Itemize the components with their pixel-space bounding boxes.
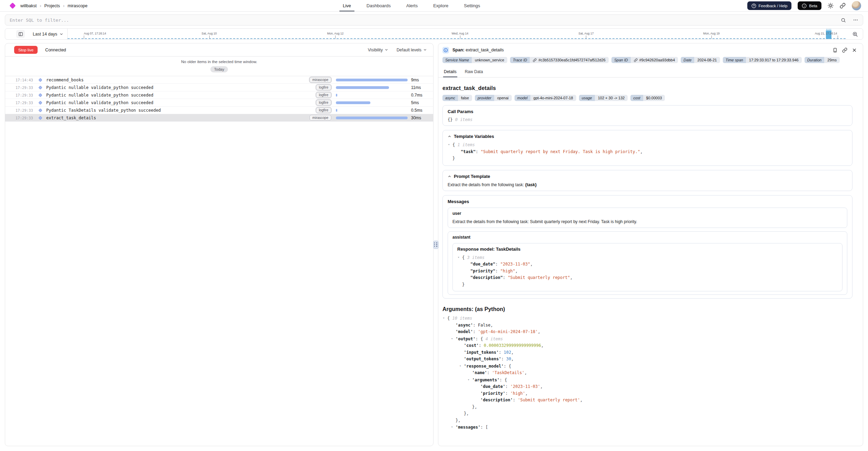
zoom-in-icon[interactable] — [852, 31, 858, 37]
json-line: } — [448, 155, 847, 162]
span-badge-service-name: Service Nameunknown_service — [442, 57, 507, 63]
breadcrumb-item-willbakst[interactable]: willbakst — [20, 3, 37, 8]
badge-label: Date — [681, 57, 694, 63]
span-detail-content[interactable]: extract_task_details asyncfalseprovidero… — [438, 78, 863, 446]
collapse-icon[interactable] — [448, 134, 451, 138]
template-variables-title: Template Variables — [448, 134, 847, 139]
json-line: "description": "Submit quarterly report"… — [457, 274, 838, 281]
log-row[interactable]: 17:29:33Pydantic nullable validate_pytho… — [5, 91, 433, 99]
arguments-python-tree: ▾{ 10 items'async': False,'model': 'gpt-… — [442, 315, 852, 431]
beta-button[interactable]: Beta — [798, 1, 821, 10]
share-link-icon[interactable] — [840, 3, 846, 9]
search-icon[interactable] — [841, 18, 846, 23]
sidebar-toggle-icon[interactable] — [16, 30, 25, 38]
tab-live[interactable]: Live — [342, 0, 352, 11]
span-diamond-icon — [38, 78, 42, 82]
log-message: Pydantic nullable validate_python succee… — [46, 85, 153, 90]
json-line: ▾{ 3 items — [457, 254, 838, 261]
timeline-track[interactable]: Aug 07, 17:26:14Sat, Aug 10Mon, Aug 12We… — [68, 29, 841, 39]
logfire-logo-icon[interactable] — [9, 2, 16, 9]
tab-alerts[interactable]: Alerts — [406, 0, 418, 11]
json-toggle-icon[interactable]: ▾ — [443, 315, 447, 322]
json-line: 'input_tokens': 102, — [442, 349, 852, 356]
badge-label: async — [442, 95, 458, 101]
main-area: Stop live Connected Visibility Default l… — [5, 43, 863, 446]
messages-card: Messages user Extract the details from t… — [442, 195, 852, 299]
log-row[interactable]: 17:14:43recommend_booksmirascope9ms — [5, 76, 433, 84]
stop-live-button[interactable]: Stop live — [14, 46, 38, 54]
user-avatar[interactable] — [852, 1, 861, 10]
span-name: extract_task_details — [466, 48, 503, 52]
breadcrumb-separator: › — [63, 3, 64, 8]
close-icon[interactable] — [852, 48, 857, 53]
json-toggle-icon[interactable]: ▾ — [459, 363, 464, 370]
more-options-icon[interactable] — [853, 17, 858, 23]
feedback-help-button[interactable]: Feedback / Help — [747, 1, 792, 10]
message-role: user — [452, 211, 842, 216]
log-row[interactable]: 17:29:33extract_task_detailsmirascope30m… — [5, 114, 433, 122]
badge-value: openai — [494, 95, 512, 101]
badge-value: $0.00003 — [643, 95, 665, 101]
top-navigation: willbakst›Projects›mirascope LiveDashboa… — [0, 0, 868, 12]
visibility-dropdown[interactable]: Visibility — [368, 48, 388, 52]
span-badge-span-id[interactable]: Span ID#9c942620aa93dbb4 — [611, 57, 678, 63]
sql-filter-input[interactable] — [10, 18, 834, 23]
breadcrumb-item-mirascope[interactable]: mirascope — [68, 3, 88, 8]
empty-state-message: No older items in the selected time wind… — [5, 60, 433, 64]
tick-mark — [838, 36, 838, 39]
span-diamond-icon — [38, 108, 42, 112]
duration-bar — [336, 79, 408, 81]
message-role: assistant — [452, 235, 842, 240]
span-diamond-icon — [38, 101, 42, 104]
log-row[interactable]: 17:29:33Pydantic nullable validate_pytho… — [5, 99, 433, 107]
duration-bar — [336, 117, 408, 119]
json-toggle-icon[interactable]: ▾ — [451, 335, 456, 342]
tab-settings[interactable]: Settings — [463, 0, 481, 11]
link-icon — [634, 58, 638, 62]
json-line: 'due_date': '2023-11-03', — [442, 383, 852, 390]
open-panel-icon[interactable] — [832, 48, 838, 53]
span-tab-raw-data[interactable]: Raw Data — [464, 67, 484, 77]
span-badge-trace-id[interactable]: Trace ID#c3b5157330ea5c1fd4572747af512d2… — [510, 57, 609, 63]
log-row[interactable]: 17:29:33Pydantic TaskDetails validate_py… — [5, 107, 433, 114]
duration-bar — [336, 86, 389, 89]
resize-handle[interactable] — [433, 241, 439, 249]
json-toggle-icon[interactable]: ▾ — [451, 424, 456, 431]
live-panel-header: Stop live Connected Visibility Default l… — [5, 43, 433, 57]
json-toggle-icon[interactable]: ▾ — [458, 254, 462, 261]
feedback-help-label: Feedback / Help — [759, 4, 788, 8]
duration-bar-track — [336, 109, 408, 112]
badge-label: cost — [630, 95, 643, 101]
collapse-icon[interactable] — [448, 174, 451, 178]
time-range-selector[interactable]: Last 14 days — [33, 32, 63, 37]
json-line: "priority": "high", — [457, 268, 838, 275]
tab-dashboards[interactable]: Dashboards — [366, 0, 391, 11]
json-toggle-icon[interactable]: ▾ — [468, 377, 472, 383]
span-tab-details[interactable]: Details — [443, 67, 457, 77]
chevron-down-icon — [59, 32, 63, 36]
timeline-controls: Last 14 days — [5, 29, 68, 39]
tick-label: Mon, Aug 19 — [703, 32, 720, 35]
json-line: ▾'response_model': { — [442, 363, 852, 370]
default-levels-dropdown[interactable]: Default levels — [397, 48, 427, 52]
log-timestamp: 17:29:33 — [16, 101, 39, 105]
messages-title: Messages — [448, 199, 847, 204]
meta-badge-usage: usage102 + 30 -> 132 — [579, 95, 628, 101]
breadcrumb-item-projects[interactable]: Projects — [44, 3, 60, 8]
log-row[interactable]: 17:29:33Pydantic nullable validate_pytho… — [5, 84, 433, 91]
badge-value: 29ms — [824, 57, 840, 63]
log-message: recommend_books — [46, 78, 83, 82]
live-log-panel: Stop live Connected Visibility Default l… — [5, 43, 433, 446]
tick-label: Aug 07, 17:26:14 — [84, 32, 106, 35]
user-message-card: user Extract the details from the follow… — [448, 208, 847, 228]
breadcrumb: willbakst›Projects›mirascope — [20, 3, 88, 8]
copy-link-icon[interactable] — [842, 48, 847, 53]
json-line: }, — [442, 404, 852, 411]
duration-bar — [336, 94, 337, 97]
span-badge-time-span: Time span17:29:33.917 to 17:29:33.946 — [723, 57, 802, 63]
tab-explore[interactable]: Explore — [432, 0, 449, 11]
tick-label: Wed, Aug 14 — [451, 32, 468, 35]
json-toggle-icon[interactable]: ▾ — [448, 141, 452, 148]
json-line: ▾{ 10 items — [442, 315, 852, 322]
theme-toggle-icon[interactable] — [828, 3, 834, 9]
